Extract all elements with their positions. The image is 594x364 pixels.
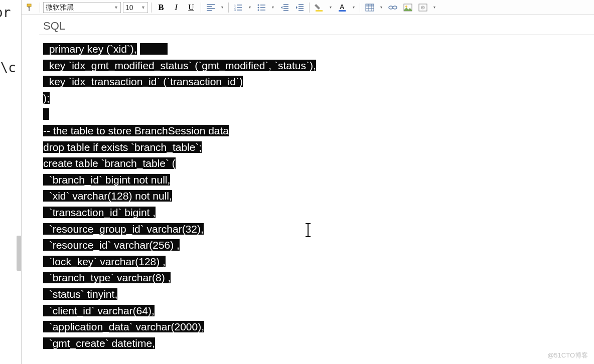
- code-line: `lock_key` varchar(128) ,: [43, 256, 166, 267]
- align-button[interactable]: [204, 1, 217, 14]
- code-line: `application_data` varchar(2000),: [43, 321, 204, 332]
- font-size-select[interactable]: 10 ▼: [123, 2, 148, 13]
- underline-button[interactable]: U: [185, 1, 198, 14]
- highlight-color-button[interactable]: [313, 1, 326, 14]
- outdent-button[interactable]: [278, 1, 291, 14]
- tab-bar: SQL: [39, 17, 594, 35]
- svg-point-14: [389, 6, 393, 9]
- svg-point-17: [405, 6, 407, 8]
- format-painter-button[interactable]: [24, 1, 37, 14]
- code-line: `client_id` varchar(64),: [43, 305, 155, 316]
- dropdown-arrow-icon[interactable]: ▼: [378, 6, 384, 9]
- insert-table-button[interactable]: [363, 1, 376, 14]
- code-editor[interactable]: primary key (`xid`), key `idx_gmt_modifi…: [39, 39, 594, 364]
- code-line: key `idx_gmt_modified_status` (`gmt_modi…: [43, 60, 316, 71]
- svg-point-15: [393, 6, 397, 9]
- controls-button[interactable]: [416, 1, 429, 14]
- code-line: key `idx_transaction_id` (`transaction_i…: [43, 76, 243, 87]
- left-text-fragment: or: [0, 5, 11, 20]
- code-line: `branch_type` varchar(8) ,: [43, 272, 171, 283]
- svg-point-7: [258, 7, 259, 8]
- panel-resize-handle[interactable]: [17, 236, 22, 271]
- code-line: [43, 108, 49, 120]
- dropdown-arrow-icon[interactable]: ▼: [431, 6, 437, 9]
- svg-point-8: [258, 9, 259, 11]
- font-name-select[interactable]: 微软雅黑 ▼: [43, 2, 121, 13]
- svg-text:A: A: [340, 3, 345, 11]
- left-panel: or a\c: [0, 0, 22, 364]
- svg-point-20: [422, 7, 423, 8]
- dropdown-arrow-icon[interactable]: ▼: [328, 6, 334, 9]
- text-cursor: [308, 223, 309, 237]
- indent-button[interactable]: [293, 1, 306, 14]
- svg-rect-0: [27, 4, 31, 7]
- svg-point-6: [258, 4, 259, 6]
- watermark: @51CTO博客: [547, 351, 588, 360]
- bullet-list-button[interactable]: [255, 1, 268, 14]
- svg-text:3: 3: [234, 9, 236, 11]
- code-line: `branch_id` bigint not null,: [43, 174, 170, 186]
- dropdown-arrow-icon[interactable]: ▼: [270, 6, 276, 9]
- left-text-fragment: a\c: [0, 60, 16, 75]
- svg-rect-2: [29, 8, 30, 11]
- font-color-button[interactable]: A: [336, 1, 349, 14]
- insert-link-button[interactable]: [386, 1, 399, 14]
- code-line: `resource_id` varchar(256) ,: [43, 239, 180, 251]
- code-line: `transaction_id` bigint ,: [43, 207, 156, 218]
- svg-rect-11: [339, 10, 346, 12]
- svg-rect-9: [316, 10, 323, 12]
- font-name-value: 微软雅黑: [46, 3, 74, 12]
- insert-image-button[interactable]: [401, 1, 414, 14]
- chevron-down-icon: ▼: [141, 5, 145, 10]
- code-line: `resource_group_id` varchar(32),: [43, 223, 204, 235]
- dropdown-arrow-icon[interactable]: ▼: [219, 6, 225, 9]
- toolbar: 微软雅黑 ▼ 10 ▼ B I U ▼ 1 2 3 ▼ ▼ ▼: [22, 0, 594, 15]
- italic-button[interactable]: I: [170, 1, 183, 14]
- bold-button[interactable]: B: [155, 1, 168, 14]
- code-line: `gmt_create` datetime,: [43, 337, 155, 349]
- svg-rect-13: [366, 4, 374, 6]
- svg-rect-1: [28, 7, 30, 8]
- tab-sql[interactable]: SQL: [39, 18, 69, 35]
- font-size-value: 10: [125, 4, 133, 12]
- code-line: );: [43, 92, 50, 104]
- code-line: create table `branch_table` (: [43, 157, 176, 169]
- code-line: primary key (`xid`),: [43, 43, 137, 55]
- dropdown-arrow-icon[interactable]: ▼: [351, 6, 357, 9]
- code-line: `xid` varchar(128) not null,: [43, 190, 172, 202]
- chevron-down-icon: ▼: [114, 5, 118, 10]
- code-line: `status` tinyint,: [43, 288, 117, 300]
- code-line: -- the table to store BranchSession data: [43, 125, 229, 136]
- code-line: drop table if exists `branch_table`;: [43, 141, 202, 153]
- dropdown-arrow-icon[interactable]: ▼: [247, 6, 253, 9]
- numbered-list-button[interactable]: 1 2 3: [232, 1, 245, 14]
